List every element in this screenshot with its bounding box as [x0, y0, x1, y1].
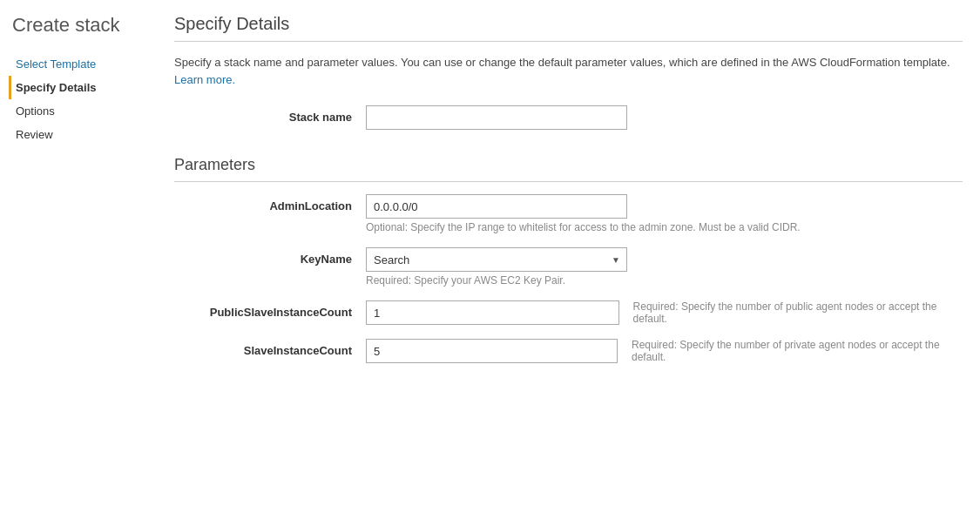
- key-name-label: KeyName: [174, 247, 366, 266]
- sidebar-item-options[interactable]: Options: [9, 99, 148, 123]
- key-name-hint: Required: Specify your AWS EC2 Key Pair.: [366, 274, 627, 287]
- admin-location-input[interactable]: [366, 194, 627, 219]
- parameters-divider: [174, 181, 963, 182]
- main-heading: Specify Details: [174, 14, 963, 34]
- slave-count-input[interactable]: [366, 339, 618, 363]
- sidebar-item-review[interactable]: Review: [9, 123, 148, 146]
- description-body: Specify a stack name and parameter value…: [174, 56, 950, 69]
- slave-count-label: SlaveInstanceCount: [174, 339, 366, 357]
- key-name-select-wrapper: Search ▼: [366, 247, 627, 272]
- description-text: Specify a stack name and parameter value…: [174, 54, 958, 88]
- public-slave-count-side-hint: Required: Specify the number of public a…: [633, 300, 963, 325]
- public-slave-count-control: Required: Specify the number of public a…: [366, 300, 963, 325]
- public-slave-count-row: PublicSlaveInstanceCount Required: Speci…: [174, 300, 963, 325]
- parameters-section: Parameters AdminLocation Optional: Speci…: [174, 156, 963, 363]
- admin-location-hint: Optional: Specify the IP range to whitel…: [366, 221, 801, 233]
- learn-more-link[interactable]: Learn more.: [174, 73, 235, 86]
- page-title: Create stack: [9, 14, 148, 37]
- key-name-control: Search ▼ Required: Specify your AWS EC2 …: [366, 247, 627, 287]
- heading-divider: [174, 41, 963, 42]
- stack-name-row: Stack name: [174, 105, 963, 130]
- stack-name-label: Stack name: [174, 105, 366, 124]
- admin-location-control: Optional: Specify the IP range to whitel…: [366, 194, 801, 233]
- stack-name-input[interactable]: [366, 105, 627, 130]
- stack-name-section: Stack name: [174, 105, 963, 130]
- slave-count-row: SlaveInstanceCount Required: Specify the…: [174, 339, 963, 363]
- admin-location-row: AdminLocation Optional: Specify the IP r…: [174, 194, 963, 233]
- key-name-select[interactable]: Search: [366, 247, 627, 272]
- sidebar: Create stack Select Template Specify Det…: [0, 14, 157, 395]
- public-slave-count-label: PublicSlaveInstanceCount: [174, 300, 366, 319]
- parameters-heading: Parameters: [174, 156, 963, 174]
- sidebar-item-select-template[interactable]: Select Template: [9, 52, 148, 76]
- sidebar-item-specify-details[interactable]: Specify Details: [9, 76, 148, 99]
- main-content: Specify Details Specify a stack name and…: [157, 14, 980, 395]
- stack-name-control: [366, 105, 627, 130]
- key-name-row: KeyName Search ▼ Required: Specify your …: [174, 247, 963, 287]
- slave-count-row-inner: Required: Specify the number of private …: [366, 339, 963, 363]
- public-slave-count-input[interactable]: [366, 300, 619, 325]
- slave-count-side-hint: Required: Specify the number of private …: [632, 339, 963, 363]
- public-slave-count-row-inner: Required: Specify the number of public a…: [366, 300, 963, 325]
- admin-location-label: AdminLocation: [174, 194, 366, 213]
- slave-count-control: Required: Specify the number of private …: [366, 339, 963, 363]
